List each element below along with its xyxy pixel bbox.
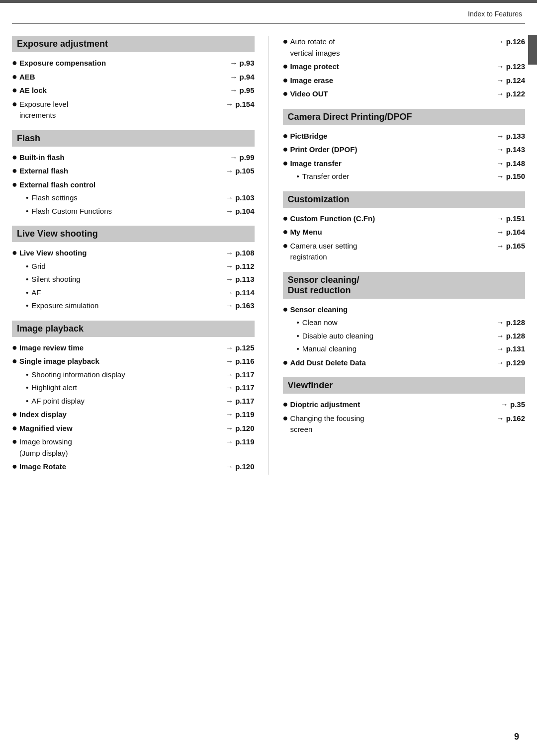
page-ref: → p.125 xyxy=(226,342,255,354)
item-label: Image browsing(Jump display) xyxy=(19,436,222,459)
list-item: ● Custom Function (C.Fn) → p.151 xyxy=(283,213,526,225)
bullet-icon: ● xyxy=(12,355,17,367)
item-label: Clean now xyxy=(302,317,493,329)
list-item: ● Dioptric adjustment → p.35 xyxy=(283,399,526,411)
sub-bullet-icon: • xyxy=(297,317,299,329)
sub-bullet-icon: • xyxy=(297,171,299,182)
bullet-icon: ● xyxy=(283,88,288,99)
item-label: Shooting information display xyxy=(31,369,222,381)
item-label: AEB xyxy=(19,72,226,83)
sub-bullet-icon: • xyxy=(26,396,28,407)
list-item: ● Index display → p.119 xyxy=(12,409,255,420)
list-item: ● Image browsing(Jump display) → p.119 xyxy=(12,436,255,459)
item-label: Exposure simulation xyxy=(31,300,222,312)
item-label: Print Order (DPOF) xyxy=(290,144,492,156)
sub-bullet-icon: • xyxy=(26,382,28,394)
section-header-playback: Image playback xyxy=(12,321,255,337)
page-ref: → p.154 xyxy=(226,99,255,110)
page-ref: → p.95 xyxy=(230,85,254,96)
item-label: Flash settings xyxy=(31,192,222,204)
list-item: • Exposure simulation → p.163 xyxy=(26,300,255,312)
bullet-icon: ● xyxy=(12,98,17,110)
bullet-icon: ● xyxy=(12,179,17,190)
item-label: Image transfer xyxy=(290,158,492,169)
item-label: Image erase xyxy=(290,75,492,86)
item-label: Sensor cleaning xyxy=(290,304,525,316)
page-container: Index to Features Exposure adjustment ● … xyxy=(0,0,537,756)
page-ref: → p.128 xyxy=(496,317,525,329)
item-label: Exposure levelincrements xyxy=(19,99,222,121)
bullet-icon: ● xyxy=(283,357,288,368)
bullet-icon: ● xyxy=(283,36,288,47)
bullet-icon: ● xyxy=(283,413,288,424)
page-ref: → p.94 xyxy=(230,72,254,83)
page-ref: → p.117 xyxy=(226,382,255,394)
section-header-sensor: Sensor cleaning/Dust reduction xyxy=(283,272,526,299)
bullet-icon: ● xyxy=(12,436,17,447)
page-ref: → p.120 xyxy=(226,461,255,473)
list-item: ● My Menu → p.164 xyxy=(283,226,526,238)
list-item: ● Single image playback → p.116 xyxy=(12,355,255,367)
bullet-icon: ● xyxy=(283,144,288,155)
page-ref: → p.123 xyxy=(496,61,525,73)
item-label: Manual cleaning xyxy=(302,343,493,355)
sub-bullet-icon: • xyxy=(297,343,299,355)
item-label: PictBridge xyxy=(290,131,492,142)
sub-bullet-icon: • xyxy=(297,331,299,342)
list-item: ● Image erase → p.124 xyxy=(283,75,526,86)
list-item: ● Image review time → p.125 xyxy=(12,342,255,354)
item-label: Highlight alert xyxy=(31,382,222,394)
list-item: ● PictBridge → p.133 xyxy=(283,130,526,142)
list-item: ● AE lock → p.95 xyxy=(12,84,255,96)
list-item: • Highlight alert → p.117 xyxy=(26,382,255,394)
item-label: Video OUT xyxy=(290,88,492,100)
page-ref: → p.148 xyxy=(496,158,525,169)
page-ref: → p.119 xyxy=(226,436,255,448)
list-item: • Flash Custom Functions → p.104 xyxy=(26,206,255,217)
bullet-icon: ● xyxy=(12,422,17,434)
page-ref: → p.120 xyxy=(226,423,255,434)
sub-bullet-icon: • xyxy=(26,369,28,381)
page-ref: → p.150 xyxy=(496,171,525,182)
page-ref: → p.165 xyxy=(496,241,525,252)
list-item: ● Live View shooting → p.108 xyxy=(12,247,255,259)
item-label: Built-in flash xyxy=(19,152,226,164)
page-ref: → p.103 xyxy=(226,192,255,204)
section-header-liveview: Live View shooting xyxy=(12,226,255,242)
list-item: • Manual cleaning → p.131 xyxy=(297,343,526,355)
bullet-icon: ● xyxy=(283,158,288,169)
header-label: Index to Features xyxy=(0,3,537,23)
bullet-icon: ● xyxy=(12,409,17,420)
bullet-icon: ● xyxy=(283,226,288,238)
item-label: Silent shooting xyxy=(31,274,222,285)
page-ref: → p.113 xyxy=(226,274,255,285)
bullet-icon: ● xyxy=(12,71,17,83)
page-ref: → p.151 xyxy=(496,213,525,225)
list-item: • Clean now → p.128 xyxy=(297,317,526,329)
list-item: ● Exposure levelincrements → p.154 xyxy=(12,98,255,121)
sub-bullet-icon: • xyxy=(26,274,28,285)
item-label: AF xyxy=(31,287,222,299)
list-item: ● Exposure compensation → p.93 xyxy=(12,57,255,69)
list-item: ● Add Dust Delete Data → p.129 xyxy=(283,357,526,369)
item-label: Image protect xyxy=(290,61,492,73)
bullet-icon: ● xyxy=(12,342,17,353)
page-ref: → p.119 xyxy=(226,409,255,420)
page-ref: → p.143 xyxy=(496,144,525,156)
list-item: ● Built-in flash → p.99 xyxy=(12,152,255,164)
right-column: ● Auto rotate ofvertical images → p.126 … xyxy=(269,36,526,475)
item-label: Index display xyxy=(19,409,222,420)
list-item: • Transfer order → p.150 xyxy=(297,171,526,182)
bullet-icon: ● xyxy=(283,75,288,86)
list-item: • Disable auto cleaning → p.128 xyxy=(297,331,526,342)
item-label: Magnified view xyxy=(19,423,222,434)
item-label: Image Rotate xyxy=(19,461,222,473)
page-ref: → p.126 xyxy=(496,36,525,48)
bullet-icon: ● xyxy=(12,461,17,472)
bullet-icon: ● xyxy=(283,304,288,315)
list-item: ● Auto rotate ofvertical images → p.126 xyxy=(283,36,526,59)
list-item: • AF point display → p.117 xyxy=(26,396,255,407)
page-ref: → p.122 xyxy=(496,88,525,100)
bullet-icon: ● xyxy=(283,213,288,224)
sub-bullet-icon: • xyxy=(26,192,28,204)
